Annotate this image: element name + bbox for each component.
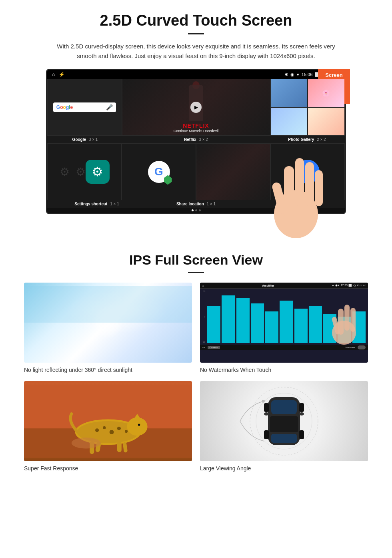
amp-bar-2: [222, 295, 235, 343]
amp-bars-container: 100-10: [200, 289, 368, 345]
settings-label: Settings shortcut 1 × 1: [47, 202, 146, 206]
photo-gallery-cell[interactable]: 🌸: [270, 79, 345, 136]
settings-cell[interactable]: ⚙⚙ ⚙: [47, 143, 122, 200]
svg-rect-35: [271, 434, 297, 443]
amp-bar-3: [236, 298, 250, 343]
svg-rect-36: [264, 403, 269, 412]
amp-time: ▪▪ ◉ ▾ 17:33 ⬜ ◁) ✕ ▭ ↩: [332, 284, 366, 287]
scroll-dot-2: [195, 209, 197, 211]
settings-icon-wrap: ⚙: [86, 160, 110, 184]
feature-sunlight: No light reflecting under 360° direct su…: [24, 283, 192, 373]
feature-amplifier: ⌂ Amplifier ▪▪ ◉ ▾ 17:33 ⬜ ◁) ✕ ▭ ↩ 100-…: [200, 283, 368, 373]
svg-rect-38: [299, 403, 304, 412]
amp-loudness-label: loudness: [346, 346, 355, 349]
svg-point-41: [299, 412, 304, 415]
maps-icon: G: [148, 161, 170, 183]
settings-thumbnail: ⚙⚙ ⚙: [48, 144, 121, 200]
netflix-row2-cell[interactable]: [196, 143, 270, 200]
feature-car: Large Viewing Angle: [200, 381, 368, 472]
netflix-play-button[interactable]: ▶: [190, 102, 202, 113]
netflix-cell[interactable]: ▶ NETFLIX Continue Marvel's Daredevil: [122, 79, 270, 136]
cheetah-caption: Super Fast Response: [24, 465, 192, 472]
status-bar: ⌂ ⚡ ✱ ◉ ▾ 15:06 ⬜ ◁) ✕ ▭: [47, 70, 345, 79]
sound-search-thumbnail: ♪: [271, 144, 344, 200]
netflix-subtitle: Continue Marvel's Daredevil: [126, 129, 267, 133]
share-location-thumbnail: G: [122, 144, 196, 200]
amplifier-caption: No Watermarks When Touch: [200, 367, 368, 373]
sunlight-image: [24, 283, 192, 363]
scroll-dot-1: [192, 209, 194, 211]
status-left: ⌂ ⚡: [52, 72, 65, 77]
app-grid-row1: Google 🎤 ▶ NETFLIX Continue: [47, 79, 345, 136]
device-screen: ⌂ ⚡ ✱ ◉ ▾ 15:06 ⬜ ◁) ✕ ▭: [46, 69, 346, 214]
bluetooth-icon: ✱: [284, 72, 288, 77]
amp-bar-1: [207, 306, 220, 343]
amp-hand-overlay: [328, 297, 360, 345]
scroll-dots: [47, 208, 345, 213]
svg-rect-7: [24, 286, 192, 323]
photo-gallery-app-name: Photo Gallery: [288, 137, 314, 142]
google-label: Google 3 × 1: [47, 137, 123, 142]
section-divider: [24, 236, 368, 236]
section-ips-screen: IPS Full Screen View No light re: [0, 248, 392, 484]
car-caption: Large Viewing Angle: [200, 465, 368, 472]
sound-search-label: Sound Search 1 × 1: [246, 202, 345, 206]
svg-point-19: [103, 426, 106, 429]
google-logo: Google: [56, 104, 73, 110]
section1-title: 2.5D Curved Touch Screen: [24, 12, 368, 29]
amp-bar-8: [309, 306, 322, 343]
section-curved-screen: 2.5D Curved Touch Screen With 2.5D curve…: [0, 0, 392, 224]
svg-rect-10: [344, 305, 350, 331]
google-app-name: Google: [72, 137, 86, 142]
amp-y-labels: 100-10: [202, 290, 206, 343]
svg-point-28: [138, 424, 140, 426]
time-display: 15:06: [302, 72, 313, 77]
amp-footer: << Custom loudness: [200, 345, 368, 350]
google-search-widget[interactable]: Google 🎤: [53, 102, 116, 112]
share-location-app-name: Share location: [176, 202, 204, 206]
google-cell[interactable]: Google 🎤: [47, 79, 122, 136]
photo-thumb-2: 🌸: [308, 79, 344, 107]
svg-point-40: [264, 412, 269, 415]
amp-custom-btn[interactable]: Custom: [208, 346, 220, 349]
netflix-row2-thumbnail: [196, 144, 270, 200]
svg-point-29: [72, 438, 101, 448]
netflix-logo: NETFLIX: [126, 122, 267, 129]
svg-rect-34: [270, 416, 298, 432]
google-app-size: 3 × 1: [89, 137, 98, 142]
amp-status-bar: ⌂ Amplifier ▪▪ ◉ ▾ 17:33 ⬜ ◁) ✕ ▭ ↩: [200, 283, 368, 289]
device-mockup: Screen Size 9" ⌂ ⚡ ✱ ◉ ▾ 15:06 ⬜ ◁) ✕: [44, 69, 348, 214]
feature-cheetah: Super Fast Response: [24, 381, 192, 472]
svg-point-21: [117, 427, 121, 430]
settings-ghost: ⚙⚙: [60, 165, 86, 179]
netflix-label: Netflix 3 × 2: [123, 137, 269, 142]
svg-point-22: [125, 430, 128, 433]
settings-app-size: 1 × 1: [110, 202, 119, 206]
settings-app-name: Settings shortcut: [74, 202, 107, 206]
sound-search-cell[interactable]: ♪: [270, 143, 345, 200]
app-labels-row1: Google 3 × 1 Netflix 3 × 2 Photo Gallery…: [47, 136, 345, 143]
sound-search-app-name: Sound Search: [276, 202, 303, 206]
share-location-cell[interactable]: G: [122, 143, 196, 200]
sunlight-caption: No light reflecting under 360° direct su…: [24, 367, 192, 373]
wifi-icon: ▾: [297, 72, 299, 77]
svg-point-18: [95, 428, 99, 432]
amp-title: Amplifier: [262, 284, 274, 287]
home-icon[interactable]: ⌂: [52, 72, 55, 77]
svg-point-20: [110, 430, 114, 434]
section2-title: IPS Full Screen View: [24, 252, 368, 268]
amp-bar-7: [294, 309, 308, 343]
svg-rect-37: [264, 430, 269, 439]
car-image: [200, 381, 368, 461]
amp-loudness-toggle[interactable]: [358, 345, 366, 349]
app-labels-row2: Settings shortcut 1 × 1 Share location 1…: [47, 200, 345, 208]
app-grid-row2: ⚙⚙ ⚙ G: [47, 143, 345, 200]
amplifier-image: ⌂ Amplifier ▪▪ ◉ ▾ 17:33 ⬜ ◁) ✕ ▭ ↩ 100-…: [200, 283, 368, 363]
svg-rect-11: [350, 308, 356, 332]
usb-icon: ⚡: [59, 72, 65, 77]
google-mic-icon[interactable]: 🎤: [106, 104, 113, 110]
features-grid: No light reflecting under 360° direct su…: [24, 283, 368, 472]
section1-description: With 2.5D curved-display screen, this de…: [56, 42, 336, 61]
google-thumbnail: Google 🎤: [48, 79, 122, 135]
section2-divider: [188, 272, 204, 273]
